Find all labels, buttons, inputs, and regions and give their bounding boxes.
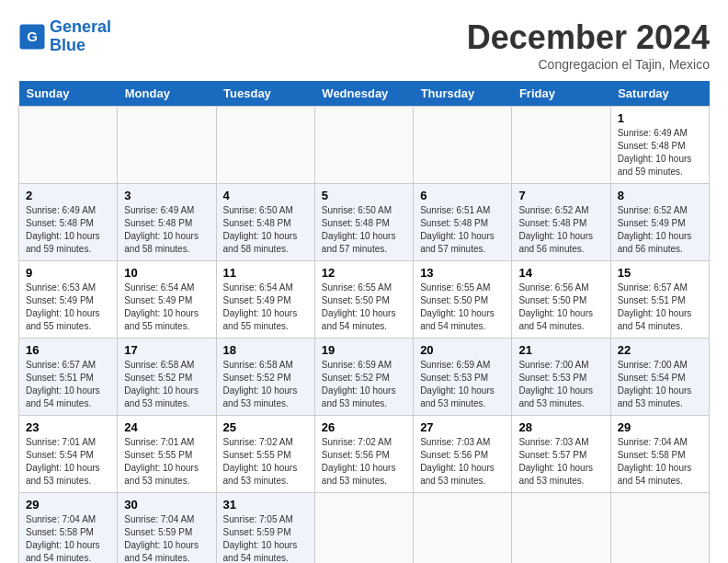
calendar-cell: 20Sunrise: 6:59 AMSunset: 5:53 PMDayligh… bbox=[414, 339, 512, 416]
day-number: 28 bbox=[518, 420, 603, 434]
day-number: 9 bbox=[26, 266, 110, 280]
day-number: 25 bbox=[223, 420, 308, 434]
calendar-week-row: 16Sunrise: 6:57 AMSunset: 5:51 PMDayligh… bbox=[19, 339, 710, 416]
calendar-cell: 26Sunrise: 7:02 AMSunset: 5:56 PMDayligh… bbox=[314, 416, 413, 493]
calendar-cell bbox=[216, 107, 314, 184]
calendar-cell: 5Sunrise: 6:50 AMSunset: 5:48 PMDaylight… bbox=[314, 184, 413, 261]
day-number: 2 bbox=[26, 189, 110, 202]
day-number: 4 bbox=[223, 189, 308, 202]
day-info: Sunrise: 6:54 AMSunset: 5:49 PMDaylight:… bbox=[223, 282, 308, 333]
day-info: Sunrise: 6:56 AMSunset: 5:50 PMDaylight:… bbox=[518, 282, 603, 333]
logo-icon: G bbox=[18, 23, 46, 51]
calendar-cell: 21Sunrise: 7:00 AMSunset: 5:53 PMDayligh… bbox=[512, 339, 610, 416]
calendar-cell: 29Sunrise: 7:04 AMSunset: 5:58 PMDayligh… bbox=[610, 416, 709, 493]
day-of-week-header: Thursday bbox=[414, 81, 512, 107]
day-info: Sunrise: 6:49 AMSunset: 5:48 PMDaylight:… bbox=[26, 204, 110, 256]
calendar-cell: 7Sunrise: 6:52 AMSunset: 5:48 PMDaylight… bbox=[512, 184, 610, 261]
day-info: Sunrise: 7:04 AMSunset: 5:58 PMDaylight:… bbox=[618, 436, 702, 488]
calendar-cell: 14Sunrise: 6:56 AMSunset: 5:50 PMDayligh… bbox=[512, 261, 610, 339]
calendar-cell: 16Sunrise: 6:57 AMSunset: 5:51 PMDayligh… bbox=[19, 339, 118, 416]
page-header: G General Blue December 2024 Congregacio… bbox=[18, 18, 710, 72]
day-number: 30 bbox=[124, 498, 209, 511]
day-number: 10 bbox=[124, 266, 209, 280]
day-number: 1 bbox=[618, 111, 702, 125]
day-info: Sunrise: 6:50 AMSunset: 5:48 PMDaylight:… bbox=[322, 204, 406, 256]
calendar-cell: 23Sunrise: 7:01 AMSunset: 5:54 PMDayligh… bbox=[19, 416, 118, 493]
day-info: Sunrise: 6:52 AMSunset: 5:49 PMDaylight:… bbox=[618, 204, 702, 256]
calendar-cell: 12Sunrise: 6:55 AMSunset: 5:50 PMDayligh… bbox=[314, 261, 413, 339]
day-info: Sunrise: 6:54 AMSunset: 5:49 PMDaylight:… bbox=[124, 282, 209, 333]
day-number: 3 bbox=[124, 189, 209, 202]
day-info: Sunrise: 6:52 AMSunset: 5:48 PMDaylight:… bbox=[518, 204, 603, 256]
day-info: Sunrise: 7:01 AMSunset: 5:55 PMDaylight:… bbox=[124, 436, 209, 488]
calendar-week-row: 23Sunrise: 7:01 AMSunset: 5:54 PMDayligh… bbox=[19, 416, 710, 493]
day-info: Sunrise: 7:01 AMSunset: 5:54 PMDaylight:… bbox=[26, 436, 110, 488]
calendar-cell: 29Sunrise: 7:04 AMSunset: 5:58 PMDayligh… bbox=[19, 493, 118, 564]
calendar-cell: 4Sunrise: 6:50 AMSunset: 5:48 PMDaylight… bbox=[216, 184, 314, 261]
day-info: Sunrise: 6:53 AMSunset: 5:49 PMDaylight:… bbox=[26, 282, 110, 333]
day-number: 27 bbox=[420, 420, 505, 434]
day-number: 16 bbox=[26, 343, 110, 357]
calendar-cell: 10Sunrise: 6:54 AMSunset: 5:49 PMDayligh… bbox=[118, 261, 216, 339]
calendar-cell: 25Sunrise: 7:02 AMSunset: 5:55 PMDayligh… bbox=[216, 416, 314, 493]
day-number: 31 bbox=[223, 498, 308, 511]
calendar-cell: 24Sunrise: 7:01 AMSunset: 5:55 PMDayligh… bbox=[118, 416, 216, 493]
calendar-cell: 31Sunrise: 7:05 AMSunset: 5:59 PMDayligh… bbox=[216, 493, 314, 564]
calendar-cell: 6Sunrise: 6:51 AMSunset: 5:48 PMDaylight… bbox=[414, 184, 512, 261]
calendar-cell: 1Sunrise: 6:49 AMSunset: 5:48 PMDaylight… bbox=[610, 107, 709, 184]
day-info: Sunrise: 7:04 AMSunset: 5:59 PMDaylight:… bbox=[124, 513, 209, 563]
title-section: December 2024 Congregacion el Tajin, Mex… bbox=[467, 18, 710, 72]
day-number: 18 bbox=[223, 343, 308, 357]
calendar-cell bbox=[414, 493, 512, 564]
day-of-week-header: Monday bbox=[118, 81, 216, 107]
logo-line2: Blue bbox=[50, 36, 85, 54]
day-info: Sunrise: 6:55 AMSunset: 5:50 PMDaylight:… bbox=[420, 282, 505, 333]
logo-line1: General bbox=[50, 17, 111, 36]
day-info: Sunrise: 6:57 AMSunset: 5:51 PMDaylight:… bbox=[26, 359, 110, 410]
day-info: Sunrise: 7:03 AMSunset: 5:57 PMDaylight:… bbox=[518, 436, 603, 488]
day-number: 29 bbox=[26, 498, 110, 511]
calendar-cell: 19Sunrise: 6:59 AMSunset: 5:52 PMDayligh… bbox=[314, 339, 413, 416]
calendar-cell bbox=[314, 107, 413, 184]
calendar-cell: 11Sunrise: 6:54 AMSunset: 5:49 PMDayligh… bbox=[216, 261, 314, 339]
day-of-week-header: Wednesday bbox=[314, 81, 413, 107]
day-number: 20 bbox=[420, 343, 505, 357]
day-info: Sunrise: 7:03 AMSunset: 5:56 PMDaylight:… bbox=[420, 436, 505, 488]
day-info: Sunrise: 6:57 AMSunset: 5:51 PMDaylight:… bbox=[618, 282, 702, 333]
calendar-week-row: 29Sunrise: 7:04 AMSunset: 5:58 PMDayligh… bbox=[19, 493, 710, 564]
calendar-cell: 22Sunrise: 7:00 AMSunset: 5:54 PMDayligh… bbox=[610, 339, 709, 416]
day-info: Sunrise: 7:00 AMSunset: 5:54 PMDaylight:… bbox=[618, 359, 702, 410]
calendar-cell: 8Sunrise: 6:52 AMSunset: 5:49 PMDaylight… bbox=[610, 184, 709, 261]
calendar-cell: 18Sunrise: 6:58 AMSunset: 5:52 PMDayligh… bbox=[216, 339, 314, 416]
day-info: Sunrise: 6:58 AMSunset: 5:52 PMDaylight:… bbox=[223, 359, 308, 410]
calendar-cell bbox=[314, 493, 413, 564]
day-info: Sunrise: 7:02 AMSunset: 5:55 PMDaylight:… bbox=[223, 436, 308, 488]
calendar-cell: 13Sunrise: 6:55 AMSunset: 5:50 PMDayligh… bbox=[414, 261, 512, 339]
calendar-cell bbox=[414, 107, 512, 184]
calendar-table: SundayMondayTuesdayWednesdayThursdayFrid… bbox=[18, 81, 710, 563]
calendar-cell: 9Sunrise: 6:53 AMSunset: 5:49 PMDaylight… bbox=[19, 261, 118, 339]
calendar-cell: 28Sunrise: 7:03 AMSunset: 5:57 PMDayligh… bbox=[512, 416, 610, 493]
day-info: Sunrise: 6:59 AMSunset: 5:53 PMDaylight:… bbox=[420, 359, 505, 410]
calendar-cell: 30Sunrise: 7:04 AMSunset: 5:59 PMDayligh… bbox=[118, 493, 216, 564]
calendar-cell bbox=[512, 107, 610, 184]
calendar-week-row: 2Sunrise: 6:49 AMSunset: 5:48 PMDaylight… bbox=[19, 184, 710, 261]
calendar-cell bbox=[512, 493, 610, 564]
day-of-week-header: Friday bbox=[512, 81, 610, 107]
calendar-cell: 27Sunrise: 7:03 AMSunset: 5:56 PMDayligh… bbox=[414, 416, 512, 493]
day-number: 24 bbox=[124, 420, 209, 434]
calendar-cell bbox=[19, 107, 118, 184]
location: Congregacion el Tajin, Mexico bbox=[467, 57, 710, 72]
calendar-cell bbox=[118, 107, 216, 184]
svg-text:G: G bbox=[27, 28, 38, 43]
day-info: Sunrise: 7:04 AMSunset: 5:58 PMDaylight:… bbox=[26, 513, 110, 563]
day-number: 22 bbox=[618, 343, 702, 357]
day-info: Sunrise: 6:49 AMSunset: 5:48 PMDaylight:… bbox=[124, 204, 209, 256]
calendar-cell: 17Sunrise: 6:58 AMSunset: 5:52 PMDayligh… bbox=[118, 339, 216, 416]
day-of-week-header: Saturday bbox=[610, 81, 709, 107]
day-number: 19 bbox=[322, 343, 406, 357]
logo: G General Blue bbox=[18, 18, 111, 55]
day-number: 14 bbox=[518, 266, 603, 280]
day-number: 6 bbox=[420, 189, 505, 202]
day-number: 26 bbox=[322, 420, 406, 434]
